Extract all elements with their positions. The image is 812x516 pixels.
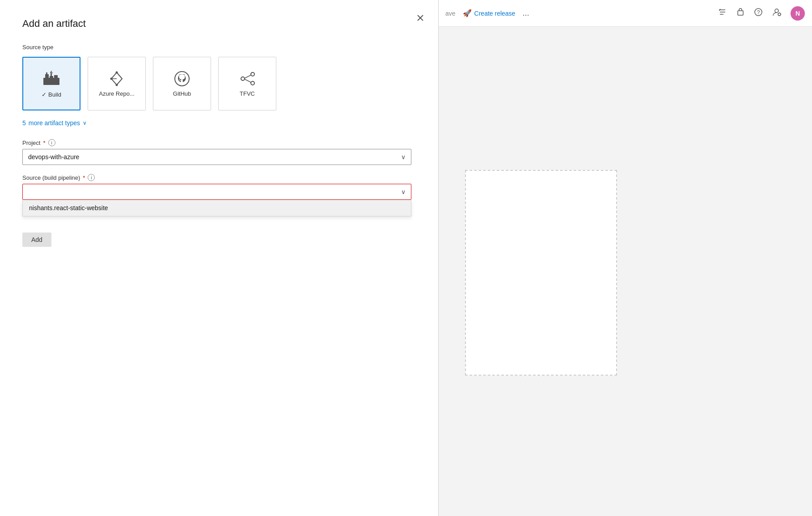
svg-point-26 — [251, 72, 254, 76]
source-types-container: ✓ Build Azure Repo... — [22, 57, 416, 110]
source-dropdown-icon: ∨ — [401, 188, 406, 195]
svg-point-25 — [241, 77, 245, 80]
rocket-icon: 🚀 — [463, 9, 472, 17]
project-required-star: * — [43, 140, 45, 146]
svg-rect-15 — [45, 74, 49, 79]
github-card-label: GitHub — [173, 90, 191, 97]
add-artifact-panel: Add an artifact Source type — [0, 0, 438, 516]
project-info-icon[interactable]: i — [48, 139, 55, 146]
dropdown-option-1[interactable]: nishants.react-static-website — [23, 200, 411, 216]
create-release-label: Create release — [474, 10, 516, 17]
source-select[interactable]: ∨ — [22, 184, 411, 200]
svg-rect-3 — [738, 11, 743, 15]
source-card-tfvc[interactable]: TFVC — [218, 57, 276, 110]
svg-rect-18 — [46, 72, 47, 75]
tfvc-card-label: TFVC — [240, 90, 255, 97]
project-dropdown-icon: ∨ — [401, 153, 406, 161]
build-card-label: ✓ Build — [42, 91, 61, 98]
github-icon — [174, 71, 190, 87]
source-label: Source (build pipeline) * i — [22, 174, 416, 181]
svg-point-24 — [175, 72, 189, 86]
help-icon[interactable]: ? — [754, 8, 763, 19]
source-dropdown-list: nishants.react-static-website — [22, 200, 411, 216]
source-info-icon[interactable]: i — [88, 174, 95, 181]
svg-line-29 — [245, 79, 251, 82]
checklist-icon[interactable] — [718, 8, 727, 19]
svg-line-28 — [245, 75, 251, 78]
save-label[interactable]: ave — [445, 10, 456, 17]
right-content — [438, 27, 812, 516]
panel-title: Add an artifact — [22, 18, 416, 30]
source-card-build[interactable]: ✓ Build — [22, 57, 80, 110]
bag-icon[interactable] — [736, 8, 745, 19]
toolbar-icons: ? N — [718, 6, 805, 21]
svg-point-20 — [116, 71, 118, 73]
build-check-icon: ✓ — [42, 91, 47, 98]
more-artifact-types-link[interactable]: 5 more artifact types ∨ — [22, 119, 416, 127]
avatar[interactable]: N — [791, 6, 805, 21]
project-form-group: Project * i devops-with-azure ∨ — [22, 139, 416, 165]
source-card-github[interactable]: GitHub — [153, 57, 211, 110]
source-type-label: Source type — [22, 44, 416, 51]
project-value: devops-with-azure — [28, 153, 79, 161]
svg-point-21 — [116, 84, 118, 86]
tfvc-icon — [239, 71, 255, 87]
panel-divider — [438, 0, 439, 516]
add-button[interactable]: Add — [22, 233, 51, 247]
dashed-placeholder — [465, 170, 617, 376]
create-release-button[interactable]: 🚀 Create release — [463, 9, 516, 17]
source-form-group: Source (build pipeline) * i ∨ nishants.r… — [22, 174, 416, 216]
more-artifacts-count: 5 — [22, 119, 26, 127]
more-options-button[interactable]: ... — [522, 8, 529, 18]
svg-point-7 — [778, 13, 781, 16]
svg-point-6 — [775, 9, 778, 13]
top-toolbar: ave 🚀 Create release ... ? — [438, 0, 812, 27]
user-settings-icon[interactable] — [772, 8, 782, 19]
svg-text:?: ? — [757, 9, 760, 16]
source-required-star: * — [83, 174, 85, 181]
project-label: Project * i — [22, 139, 416, 146]
chevron-down-icon: ∨ — [83, 120, 87, 126]
svg-rect-14 — [43, 78, 59, 85]
source-card-azure-repo[interactable]: Azure Repo... — [88, 57, 146, 110]
azure-repo-card-label: Azure Repo... — [99, 90, 135, 97]
close-button[interactable] — [413, 11, 427, 25]
project-select[interactable]: devops-with-azure ∨ — [22, 149, 411, 165]
build-icon — [42, 70, 60, 88]
azure-repos-icon — [109, 71, 125, 87]
svg-point-27 — [251, 81, 254, 85]
more-artifacts-label: more artifact types — [29, 119, 80, 127]
svg-rect-17 — [54, 75, 58, 79]
